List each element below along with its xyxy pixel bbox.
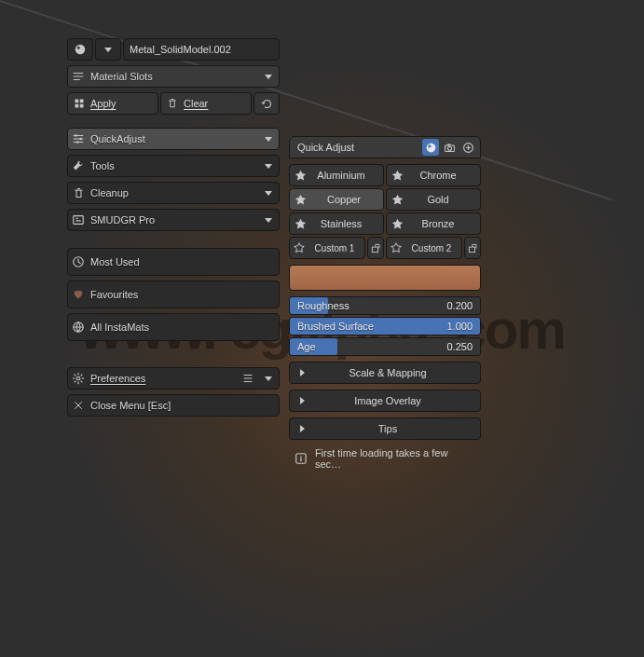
triangle-right-icon bbox=[290, 425, 314, 432]
slider-value: 0.200 bbox=[446, 300, 480, 311]
preferences-row[interactable]: Preferences bbox=[67, 367, 280, 390]
chevron-down-icon bbox=[258, 137, 279, 142]
most-used-row[interactable]: Most Used bbox=[67, 248, 280, 276]
menu-icon bbox=[238, 372, 258, 385]
svg-point-16 bbox=[447, 146, 451, 150]
list-icon bbox=[68, 66, 89, 87]
svg-point-14 bbox=[428, 144, 431, 147]
preset-copper[interactable]: Copper bbox=[289, 188, 384, 211]
svg-rect-4 bbox=[75, 104, 79, 108]
expand-tips[interactable]: Tips bbox=[289, 417, 481, 440]
save-custom-2-button[interactable] bbox=[464, 237, 481, 259]
quick-adjust-panel: Quick Adjust AluminiumChromeCopperGoldSt… bbox=[289, 136, 481, 470]
svg-point-1 bbox=[77, 47, 81, 50]
material-slots-header[interactable]: Material Slots bbox=[67, 65, 280, 88]
custom-2-button[interactable]: Custom 2 bbox=[386, 237, 462, 259]
smudgr-row[interactable]: SMUDGR Pro bbox=[67, 209, 280, 231]
preset-bronze[interactable]: Bronze bbox=[386, 212, 481, 235]
all-instamats-row[interactable]: All InstaMats bbox=[67, 313, 280, 341]
apply-label: Apply bbox=[90, 98, 116, 109]
preset-stainless[interactable]: Stainless bbox=[289, 212, 384, 235]
color-swatch[interactable] bbox=[289, 265, 481, 291]
apply-icon bbox=[74, 98, 85, 109]
preset-label: Gold bbox=[407, 194, 480, 205]
favourites-label: Favourites bbox=[89, 289, 279, 300]
trash-icon bbox=[167, 98, 178, 109]
smudgr-icon bbox=[68, 210, 89, 230]
wrench-icon bbox=[68, 156, 89, 176]
material-name-field[interactable]: Metal_SolidModel.002 bbox=[123, 38, 280, 61]
save-custom-1-button[interactable] bbox=[367, 237, 384, 259]
triangle-right-icon bbox=[290, 397, 314, 404]
tools-label: Tools bbox=[89, 160, 258, 171]
preset-chrome[interactable]: Chrome bbox=[386, 164, 481, 186]
info-text: First time loading takes a few sec… bbox=[315, 447, 475, 470]
svg-point-6 bbox=[75, 134, 77, 137]
chevron-down-icon bbox=[258, 75, 279, 79]
add-button[interactable] bbox=[459, 139, 476, 156]
camera-button[interactable] bbox=[441, 139, 458, 156]
clock-icon bbox=[68, 249, 89, 275]
slider-age[interactable]: Age0.250 bbox=[289, 337, 481, 356]
svg-point-12 bbox=[76, 376, 80, 380]
all-instamats-label: All InstaMats bbox=[89, 322, 279, 333]
cleanup-row[interactable]: Cleanup bbox=[67, 182, 280, 204]
star-icon bbox=[387, 218, 407, 230]
slider-label: Brushed Surface bbox=[290, 321, 446, 332]
expand-label: Scale & Mapping bbox=[314, 367, 480, 378]
preset-label: Bronze bbox=[407, 218, 480, 229]
quickadjust-row[interactable]: QuickAdjust bbox=[67, 128, 280, 150]
material-dropdown-chevron[interactable] bbox=[95, 38, 121, 61]
favourites-row[interactable]: Favourites bbox=[67, 281, 280, 308]
close-menu-row[interactable]: Close Menu [Esc] bbox=[67, 394, 280, 417]
star-icon bbox=[387, 194, 407, 206]
expand-label: Tips bbox=[314, 423, 480, 434]
clear-button[interactable]: Clear bbox=[160, 92, 252, 115]
svg-rect-2 bbox=[75, 100, 79, 103]
tools-row[interactable]: Tools bbox=[67, 155, 280, 177]
clear-label: Clear bbox=[184, 98, 208, 109]
info-icon bbox=[295, 452, 308, 465]
quick-adjust-header: Quick Adjust bbox=[289, 136, 481, 158]
preferences-label: Preferences bbox=[89, 373, 238, 384]
svg-point-8 bbox=[76, 141, 79, 144]
svg-point-0 bbox=[75, 45, 86, 55]
star-icon bbox=[290, 194, 310, 206]
slider-label: Age bbox=[290, 341, 446, 352]
slider-value: 0.250 bbox=[446, 341, 480, 352]
svg-rect-5 bbox=[80, 104, 84, 108]
info-row: First time loading takes a few sec… bbox=[289, 447, 481, 470]
apply-button[interactable]: Apply bbox=[67, 92, 158, 115]
star-icon bbox=[387, 170, 407, 182]
star-icon bbox=[387, 242, 405, 253]
refresh-button[interactable] bbox=[253, 92, 280, 115]
quickadjust-label: QuickAdjust bbox=[89, 133, 258, 144]
slider-label: Roughness bbox=[290, 300, 446, 311]
svg-point-7 bbox=[79, 138, 82, 141]
material-name-text: Metal_SolidModel.002 bbox=[130, 44, 231, 55]
svg-rect-19 bbox=[372, 247, 377, 253]
preset-gold[interactable]: Gold bbox=[386, 188, 481, 211]
custom-1-button[interactable]: Custom 1 bbox=[289, 237, 365, 259]
heart-icon bbox=[68, 281, 89, 308]
slider-roughness[interactable]: Roughness0.200 bbox=[289, 296, 481, 315]
shading-mode-button[interactable] bbox=[422, 139, 439, 156]
sliders-icon bbox=[68, 129, 89, 149]
preset-aluminium[interactable]: Aluminium bbox=[289, 164, 384, 186]
expand-image-overlay[interactable]: Image Overlay bbox=[289, 390, 481, 412]
star-icon bbox=[290, 218, 310, 230]
svg-rect-17 bbox=[447, 144, 450, 145]
quick-adjust-title: Quick Adjust bbox=[297, 142, 354, 153]
chevron-down-icon bbox=[258, 191, 279, 196]
instamat-panel: Metal_SolidModel.002 Material Slots Appl… bbox=[67, 38, 280, 421]
expand-scale-mapping[interactable]: Scale & Mapping bbox=[289, 362, 481, 384]
globe-icon bbox=[68, 314, 89, 340]
slider-value: 1.000 bbox=[446, 321, 480, 332]
svg-rect-20 bbox=[469, 247, 474, 253]
trash-icon bbox=[68, 183, 89, 203]
preset-label: Aluminium bbox=[310, 170, 383, 181]
slider-brushed-surface[interactable]: Brushed Surface1.000 bbox=[289, 317, 481, 335]
refresh-icon bbox=[261, 98, 273, 110]
material-ball-icon[interactable] bbox=[67, 38, 93, 61]
star-icon bbox=[290, 242, 308, 253]
